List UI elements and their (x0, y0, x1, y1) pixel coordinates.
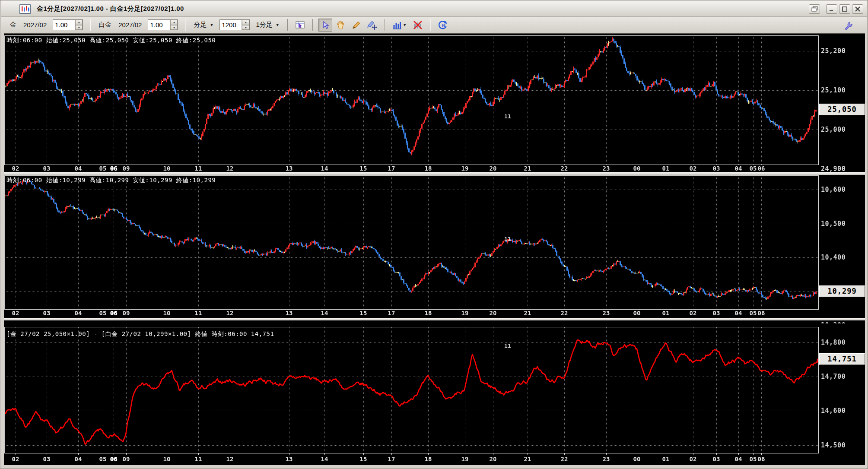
spread-line-chart-canvas[interactable] (5, 327, 818, 453)
x-axis-tick-mark (761, 453, 762, 455)
x-axis-tick-label: 02 (690, 310, 697, 317)
gold-multiplier-down-button[interactable]: ▼ (75, 25, 83, 30)
settings-wrench-button[interactable] (842, 19, 855, 32)
x-axis-tick-label: 19 (461, 165, 469, 172)
platinum-label: 白金 (99, 21, 111, 29)
x-axis-tick-label: 02 (690, 165, 697, 172)
data-window-button[interactable] (293, 19, 307, 32)
platinum-multiplier-up-button[interactable]: ▲ (170, 20, 178, 25)
x-axis-tick-mark (198, 453, 199, 455)
interval-type-label: 分足 (194, 21, 207, 29)
y-axis-tick-label: 14,800 (821, 339, 846, 346)
platinum-multiplier-value[interactable] (148, 20, 170, 30)
interval-type-dropdown[interactable]: 分足▼ (194, 21, 213, 29)
spread-last-price-badge: 14,751 (819, 353, 865, 365)
x-axis-tick-label: 23 (603, 456, 610, 463)
x-axis-tick-label: 03 (713, 165, 720, 172)
x-axis-tick-label: 03 (43, 456, 51, 463)
x-axis-tick-label: 21 (524, 310, 531, 317)
platinum-candle-chart-canvas[interactable] (5, 176, 818, 309)
x-axis-tick-label: 05 (99, 165, 107, 172)
close-button[interactable] (852, 4, 863, 14)
x-axis-tick-label: 05 (750, 310, 757, 317)
x-axis-tick-label: 02 (12, 310, 19, 317)
x-axis-tick-label: 06 (110, 456, 118, 463)
x-axis-tick-label: 10 (163, 456, 171, 463)
gold-candle-chart-canvas[interactable] (5, 36, 818, 165)
x-axis-tick-label: 10 (163, 310, 171, 317)
y-axis-tick-label: 14,600 (821, 407, 846, 415)
gold-contract[interactable]: 2027/02 (23, 21, 47, 29)
x-axis-tick-label: 13 (286, 310, 293, 317)
x-axis-tick-label: 18 (425, 165, 432, 172)
x-axis-tick-mark (114, 453, 114, 455)
x-axis-tick-label: 06 (110, 165, 118, 172)
platinum-multiplier-down-button[interactable]: ▼ (170, 25, 178, 30)
x-axis-tick-label: 11 (195, 165, 202, 172)
x-axis-tick-label: 00 (633, 456, 641, 463)
marker-crosshair-icon (367, 20, 377, 30)
gold-multiplier-value[interactable] (53, 20, 75, 30)
titlebar[interactable]: 金1分足[2027/02]1.00 - 白金1分足[2027/02]1.00 (1, 1, 867, 17)
bar-chart-icon (392, 20, 402, 30)
x-axis-tick-mark (78, 453, 79, 455)
gold-multiplier-up-button[interactable]: ▲ (75, 20, 83, 25)
bar-count-down-button[interactable]: ▼ (242, 25, 249, 30)
x-axis-tick-label: 21 (524, 456, 531, 463)
bar-count-value[interactable] (220, 20, 242, 30)
x-axis-tick-label: 04 (735, 456, 742, 463)
pan-hand-button[interactable] (334, 19, 348, 32)
panel-platinum-candles: 時刻:06:00 始値:10,299 高値:10,299 安値:10,299 終… (4, 175, 865, 323)
x-axis-tick-label: 14 (321, 310, 328, 317)
x-axis-tick-label: 00 (633, 310, 641, 317)
marker-crosshair-button[interactable] (365, 19, 379, 32)
x-axis-tick-label: 13 (286, 456, 293, 463)
x-axis-tick-mark (103, 453, 103, 455)
select-cursor-button[interactable] (318, 19, 332, 32)
x-axis-tick-label: 01 (662, 456, 670, 463)
x-axis-tick-mark (289, 453, 289, 455)
x-axis-tick-label: 06 (758, 165, 765, 172)
x-axis-tick-label: 09 (123, 456, 130, 463)
data-window-icon (296, 20, 305, 30)
x-axis-tick-label: 09 (123, 165, 130, 172)
panel-spread-line: [金 27/02 25,050×1.00] - [白金 27/02 10,299… (4, 323, 865, 465)
chart-style-button[interactable]: ▼ (390, 19, 409, 32)
clear-drawings-button[interactable] (411, 19, 425, 32)
draw-pencil-icon (352, 20, 361, 30)
x-axis-tick-label: 17 (388, 165, 395, 172)
x-axis-tick-label: 20 (490, 456, 497, 463)
x-axis-tick-mark (391, 453, 392, 455)
x-axis-tick-mark (564, 453, 565, 455)
clear-drawings-icon (413, 20, 423, 30)
timeframe-label: 1分足 (256, 21, 272, 29)
date-label: 11 (504, 342, 511, 349)
minimize-icon (829, 6, 835, 12)
x-axis-tick-label: 15 (360, 456, 367, 463)
x-axis-tick-label: 05 (99, 310, 107, 317)
minimize-button[interactable] (826, 4, 837, 14)
chart-window-icon (19, 4, 31, 14)
x-axis-tick-mark (428, 453, 429, 455)
draw-pencil-button[interactable] (350, 19, 363, 32)
toolbar-separator (287, 19, 288, 31)
bar-count-up-button[interactable]: ▲ (242, 20, 249, 25)
x-axis-tick-label: 14 (321, 165, 328, 172)
gold-label: 金 (10, 21, 16, 29)
cascade-windows-button[interactable] (809, 4, 820, 14)
platinum-contract[interactable]: 2027/02 (118, 21, 142, 29)
panel-separator (4, 172, 865, 175)
y-axis-tick-label: 24,900 (821, 165, 846, 173)
toolbar-separator (185, 19, 186, 31)
pan-hand-icon (336, 20, 346, 30)
x-axis-tick-label: 12 (226, 165, 234, 172)
x-axis-tick-label: 22 (561, 310, 568, 317)
refresh-button[interactable]: R (436, 19, 450, 32)
x-axis-tick-label: 12 (226, 310, 234, 317)
maximize-button[interactable] (839, 4, 850, 14)
chevron-down-icon: ▼ (276, 23, 280, 27)
x-axis-tick-mark (528, 453, 528, 455)
x-axis-tick-mark (493, 453, 493, 455)
x-axis-tick-mark (324, 453, 325, 455)
timeframe-dropdown[interactable]: 1分足▼ (256, 21, 279, 29)
